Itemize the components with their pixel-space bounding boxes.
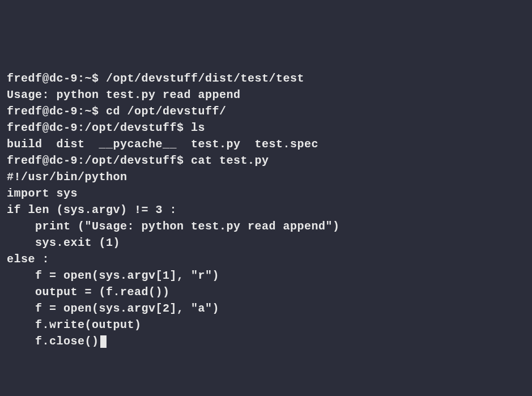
terminal-line: sys.exit (1) (7, 235, 525, 251)
terminal-line: if len (sys.argv) != 3 : (7, 202, 525, 218)
terminal-line: print ("Usage: python test.py read appen… (7, 218, 525, 235)
terminal-output[interactable]: fredf@dc-9:~$ /opt/devstuff/dist/test/te… (7, 70, 525, 350)
terminal-line: import sys (7, 185, 525, 202)
terminal-line: f.write(output) (7, 317, 525, 333)
terminal-line: output = (f.read()) (7, 284, 525, 300)
terminal-line: Usage: python test.py read append (7, 87, 525, 103)
terminal-line: fredf@dc-9:/opt/devstuff$ ls (7, 120, 525, 136)
terminal-line: fredf@dc-9:/opt/devstuff$ cat test.py (7, 152, 525, 169)
terminal-line: else : (7, 251, 525, 267)
terminal-line: build dist __pycache__ test.py test.spec (7, 136, 525, 152)
terminal-line: fredf@dc-9:~$ /opt/devstuff/dist/test/te… (7, 70, 525, 87)
terminal-line: f.close() (7, 333, 525, 350)
terminal-line: fredf@dc-9:~$ cd /opt/devstuff/ (7, 103, 525, 120)
cursor-icon (100, 335, 107, 348)
terminal-line: f = open(sys.argv[2], "a") (7, 300, 525, 317)
terminal-line: f = open(sys.argv[1], "r") (7, 267, 525, 284)
terminal-line: #!/usr/bin/python (7, 169, 525, 185)
